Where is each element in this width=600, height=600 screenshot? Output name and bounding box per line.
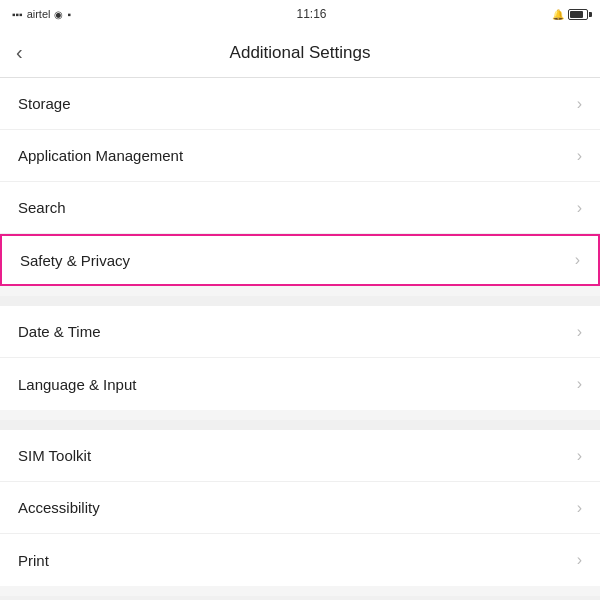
- alarm-icon: 🔔: [552, 9, 564, 20]
- app-mgmt-label: Application Management: [18, 147, 183, 164]
- status-time: 11:16: [297, 7, 327, 21]
- wifi-signal-icon: ▪: [67, 9, 71, 20]
- settings-item-language-input[interactable]: Language & Input ›: [0, 358, 600, 410]
- date-time-label: Date & Time: [18, 323, 101, 340]
- settings-group-1: Storage › Application Management › Searc…: [0, 78, 600, 286]
- settings-item-search[interactable]: Search ›: [0, 182, 600, 234]
- settings-item-sim-toolkit[interactable]: SIM Toolkit ›: [0, 430, 600, 482]
- group-divider-3: [0, 596, 600, 600]
- carrier-label: airtel: [27, 8, 51, 20]
- settings-item-storage[interactable]: Storage ›: [0, 78, 600, 130]
- safety-privacy-label: Safety & Privacy: [20, 252, 130, 269]
- settings-group-3: SIM Toolkit › Accessibility › Print ›: [0, 430, 600, 586]
- header: ‹ Additional Settings: [0, 28, 600, 78]
- settings-group-2: Date & Time › Language & Input ›: [0, 306, 600, 410]
- settings-item-safety-privacy[interactable]: Safety & Privacy ›: [0, 234, 600, 286]
- sim-toolkit-label: SIM Toolkit: [18, 447, 91, 464]
- chevron-icon: ›: [577, 499, 582, 517]
- storage-label: Storage: [18, 95, 71, 112]
- chevron-icon: ›: [577, 323, 582, 341]
- group-divider-2: [0, 420, 600, 430]
- settings-content: Storage › Application Management › Searc…: [0, 78, 600, 600]
- back-button[interactable]: ‹: [16, 41, 23, 64]
- print-label: Print: [18, 552, 49, 569]
- chevron-icon: ›: [577, 199, 582, 217]
- chevron-icon: ›: [577, 551, 582, 569]
- chevron-icon: ›: [577, 447, 582, 465]
- settings-item-accessibility[interactable]: Accessibility ›: [0, 482, 600, 534]
- chevron-icon: ›: [577, 95, 582, 113]
- chevron-icon: ›: [577, 375, 582, 393]
- chevron-icon: ›: [575, 251, 580, 269]
- group-divider-1: [0, 296, 600, 306]
- status-right: 🔔: [552, 9, 588, 20]
- settings-item-app-mgmt[interactable]: Application Management ›: [0, 130, 600, 182]
- settings-item-print[interactable]: Print ›: [0, 534, 600, 586]
- battery-icon: [568, 9, 588, 20]
- accessibility-label: Accessibility: [18, 499, 100, 516]
- language-input-label: Language & Input: [18, 376, 136, 393]
- chevron-icon: ›: [577, 147, 582, 165]
- settings-item-date-time[interactable]: Date & Time ›: [0, 306, 600, 358]
- data-icon: ◉: [54, 9, 63, 20]
- search-label: Search: [18, 199, 66, 216]
- status-left: ▪▪▪ airtel ◉ ▪: [12, 8, 71, 20]
- status-bar: ▪▪▪ airtel ◉ ▪ 11:16 🔔: [0, 0, 600, 28]
- signal-icon: ▪▪▪: [12, 9, 23, 20]
- page-title: Additional Settings: [230, 43, 371, 63]
